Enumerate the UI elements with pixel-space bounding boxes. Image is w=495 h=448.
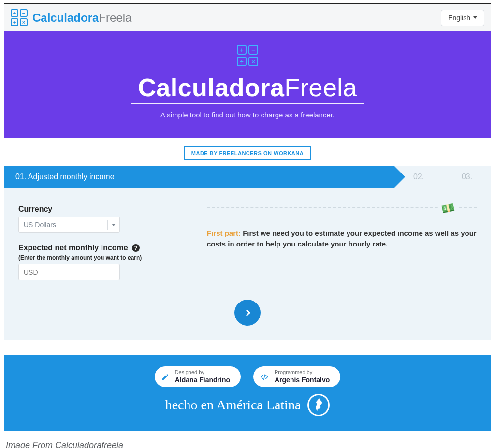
hero-title: CalculadoraFreela bbox=[14, 73, 481, 102]
currency-label: Currency bbox=[18, 205, 178, 214]
language-dropdown[interactable]: English bbox=[441, 10, 484, 26]
designer-pill[interactable]: Designed by Aldana Fiandrino bbox=[155, 366, 241, 387]
info-divider: 💵 bbox=[207, 207, 477, 214]
income-hint: (Enter the monthly amount you want to ea… bbox=[18, 254, 178, 261]
programmer-label: Programmed by bbox=[275, 369, 330, 376]
pencil-icon bbox=[161, 373, 169, 381]
chevron-down-icon bbox=[108, 224, 119, 226]
steps-bar: 01. Adjusted monthly income 02. 03. bbox=[4, 166, 491, 188]
brand[interactable]: +−÷× CalculadoraFreela bbox=[11, 9, 131, 26]
language-label: English bbox=[448, 14, 470, 22]
hero-underline bbox=[131, 103, 364, 104]
income-input[interactable] bbox=[18, 264, 120, 280]
hero: +−÷× CalculadoraFreela A simple tool to … bbox=[4, 31, 491, 138]
currency-value: US Dollars bbox=[24, 221, 56, 229]
image-caption: Image From Calculadorafreela bbox=[4, 431, 491, 448]
chevron-right-icon bbox=[243, 309, 250, 316]
footer: Designed by Aldana Fiandrino Programmed … bbox=[4, 355, 491, 431]
designer-label: Designed by bbox=[175, 369, 230, 376]
calculator-icon: +−÷× bbox=[11, 9, 28, 26]
programmer-name: Argenis Fontalvo bbox=[275, 376, 330, 384]
step-1-label: 01. Adjusted monthly income bbox=[15, 173, 115, 181]
help-icon[interactable]: ? bbox=[132, 244, 140, 252]
navbar: +−÷× CalculadoraFreela English bbox=[4, 4, 491, 31]
income-label: Expected net monthly income ? bbox=[18, 244, 178, 252]
hero-subtitle: A simple tool to find out how to charge … bbox=[14, 111, 481, 119]
made-by-badge[interactable]: MADE BY FREELANCERS ON WORKANA bbox=[184, 146, 311, 160]
step-1-active: 01. Adjusted monthly income bbox=[4, 166, 394, 188]
info-text: First part: First we need you to estimat… bbox=[207, 228, 477, 249]
currency-select[interactable]: US Dollars bbox=[18, 217, 120, 233]
next-button[interactable] bbox=[234, 300, 261, 326]
programmer-pill[interactable]: Programmed by Argenis Fontalvo bbox=[253, 366, 340, 387]
made-by-wrap: MADE BY FREELANCERS ON WORKANA bbox=[4, 138, 491, 166]
calculator-icon: +−÷× bbox=[237, 45, 258, 66]
footer-tagline: hecho en América Latina bbox=[14, 394, 481, 416]
chevron-down-icon bbox=[473, 16, 477, 19]
code-icon bbox=[260, 373, 269, 381]
money-icon: 💵 bbox=[437, 200, 459, 217]
globe-icon bbox=[307, 394, 330, 416]
brand-text: CalculadoraFreela bbox=[32, 11, 131, 25]
form-panel: Currency US Dollars Expected net monthly… bbox=[4, 188, 491, 340]
svg-line-0 bbox=[264, 374, 265, 379]
designer-name: Aldana Fiandrino bbox=[175, 376, 230, 384]
step-3[interactable]: 03. bbox=[443, 166, 491, 188]
